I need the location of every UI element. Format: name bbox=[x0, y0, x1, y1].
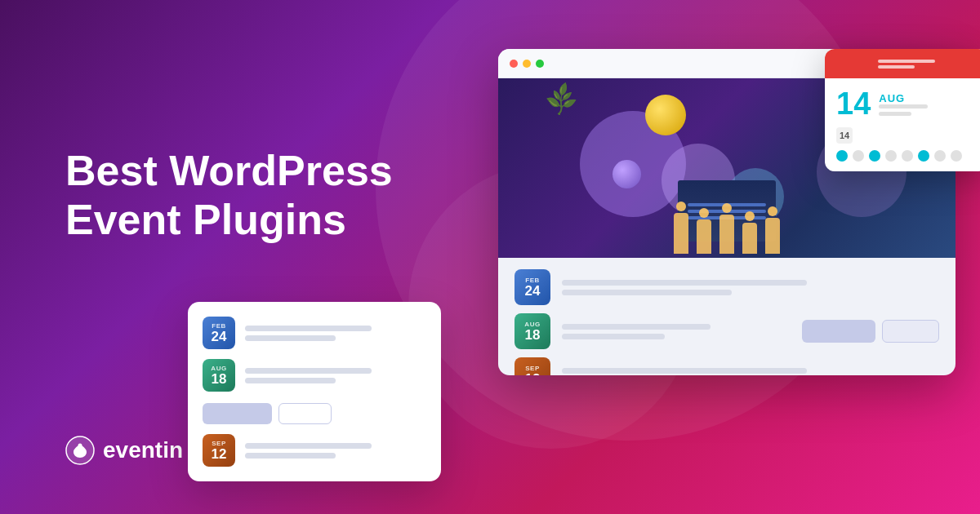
cal-line-b bbox=[879, 112, 911, 116]
card-line-3b bbox=[245, 453, 336, 459]
title-line1: Best WordPress bbox=[65, 147, 393, 194]
event-row-3: SEP 12 bbox=[514, 357, 939, 375]
action-btn-primary[interactable] bbox=[802, 320, 875, 343]
event-badge-3: SEP 12 bbox=[514, 357, 550, 375]
calendar-month-label: AUG bbox=[879, 92, 928, 104]
card-line-3a bbox=[245, 443, 372, 449]
event-row-2: AUG 18 bbox=[514, 313, 939, 349]
cal-header-line-2 bbox=[878, 65, 915, 69]
card-line-1a bbox=[245, 326, 372, 331]
event-actions-2 bbox=[802, 320, 939, 343]
card-day-1: 24 bbox=[212, 330, 227, 343]
window-dot-green bbox=[536, 60, 544, 68]
cal-dot-2 bbox=[853, 150, 864, 162]
event-line-3a bbox=[562, 368, 807, 374]
event-day-1: 24 bbox=[525, 284, 541, 298]
calendar-day-number: 14 bbox=[836, 88, 871, 119]
calendar-small-day: 14 bbox=[836, 127, 853, 144]
card-info-2 bbox=[245, 368, 426, 383]
event-line-1a bbox=[562, 280, 807, 286]
title-line2: Event Plugins bbox=[65, 196, 346, 243]
sphere-yellow bbox=[645, 95, 686, 135]
svg-point-1 bbox=[78, 444, 82, 448]
calendar-dot-grid bbox=[836, 150, 977, 162]
card-line-1b bbox=[245, 335, 336, 341]
card-actions bbox=[203, 403, 426, 424]
person-5 bbox=[765, 218, 780, 254]
event-badge-1: FEB 24 bbox=[514, 269, 550, 305]
people-illustration bbox=[498, 184, 956, 258]
event-row-1: FEB 24 bbox=[514, 269, 939, 305]
cal-header-line-1 bbox=[878, 60, 935, 63]
card-info-3 bbox=[245, 443, 426, 459]
event-info-3 bbox=[562, 368, 939, 376]
event-day-2: 18 bbox=[525, 328, 541, 342]
hero-text-area: Best WordPress Event Plugins bbox=[65, 147, 393, 245]
calendar-header bbox=[825, 49, 980, 78]
cal-dot-3 bbox=[869, 150, 880, 162]
card-row-3: SEP 12 bbox=[203, 434, 426, 467]
event-line-2b bbox=[562, 334, 665, 339]
card-day-2: 18 bbox=[212, 372, 227, 386]
cal-dot-7 bbox=[934, 150, 946, 162]
card-badge-2: AUG 18 bbox=[203, 359, 235, 392]
calendar-widget: 14 AUG 14 bbox=[825, 49, 980, 171]
cal-dot-4 bbox=[885, 150, 897, 162]
event-line-2a bbox=[562, 324, 710, 330]
cal-line-a bbox=[879, 104, 928, 109]
person-3 bbox=[719, 215, 734, 254]
calendar-header-lines bbox=[878, 60, 935, 69]
cal-dot-5 bbox=[902, 150, 913, 162]
event-info-2 bbox=[562, 324, 791, 339]
calendar-month-lines bbox=[879, 104, 928, 116]
logo-area: eventin bbox=[65, 436, 183, 465]
card-badge-1: FEB 24 bbox=[203, 317, 235, 349]
cal-dot-8 bbox=[951, 150, 962, 162]
card-action-btn-primary[interactable] bbox=[203, 403, 272, 424]
person-1 bbox=[674, 213, 688, 254]
browser-event-list: FEB 24 AUG 18 bbox=[498, 258, 956, 375]
card-line-2a bbox=[245, 368, 372, 374]
window-dot-red bbox=[510, 60, 518, 68]
card-badge-3: SEP 12 bbox=[203, 434, 235, 467]
calendar-body: 14 AUG 14 bbox=[825, 78, 980, 171]
card-action-btn-secondary[interactable] bbox=[278, 403, 332, 424]
card-line-2b bbox=[245, 378, 336, 383]
cal-dot-6 bbox=[918, 150, 929, 162]
event-line-1b bbox=[562, 290, 732, 295]
calendar-month-area: AUG bbox=[879, 92, 928, 116]
card-row-2: AUG 18 bbox=[203, 359, 426, 392]
page-background: Best WordPress Event Plugins eventin 🌿 bbox=[0, 0, 980, 514]
person-4 bbox=[742, 223, 757, 254]
calendar-small-indicator: 14 bbox=[836, 127, 977, 144]
event-day-3: 12 bbox=[525, 372, 541, 375]
person-2 bbox=[697, 219, 711, 254]
window-dot-yellow bbox=[523, 60, 531, 68]
card-day-3: 12 bbox=[212, 447, 227, 461]
leaf-decoration: 🌿 bbox=[542, 81, 581, 118]
event-info-1 bbox=[562, 280, 939, 295]
action-btn-secondary[interactable] bbox=[882, 320, 939, 343]
eventin-logo-icon bbox=[65, 436, 95, 465]
calendar-date-display: 14 AUG bbox=[836, 88, 977, 119]
main-heading: Best WordPress Event Plugins bbox=[65, 147, 393, 245]
event-badge-2: AUG 18 bbox=[514, 313, 550, 349]
floating-event-card: FEB 24 AUG 18 SEP 12 bbox=[188, 302, 441, 481]
logo-text: eventin bbox=[103, 437, 183, 463]
cal-dot-1 bbox=[836, 150, 848, 162]
card-row-1: FEB 24 bbox=[203, 317, 426, 349]
card-info-1 bbox=[245, 326, 426, 341]
